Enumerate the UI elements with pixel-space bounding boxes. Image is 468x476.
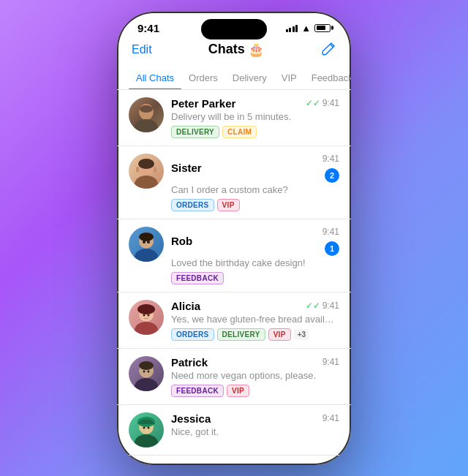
chat-message-peter: Delivery will be in 5 minutes. xyxy=(171,111,339,122)
tag-orders-alicia: ORDERS xyxy=(171,328,214,341)
tag-vip-alicia: VIP xyxy=(268,328,291,341)
chat-content-jessica: Jessica 9:41 Nice, got it. xyxy=(171,412,339,441)
chat-message-jessica: Nice, got it. xyxy=(171,426,339,437)
svg-point-28 xyxy=(148,426,150,428)
tabs-bar: All Chats Orders Delivery VIP Feedback xyxy=(117,67,351,90)
chat-item-jessica[interactable]: Jessica 9:41 Nice, got it. xyxy=(117,405,351,456)
title-text: Chats xyxy=(208,42,245,57)
chat-name-patrick: Patrick xyxy=(171,356,208,369)
svg-point-12 xyxy=(143,241,146,243)
svg-point-22 xyxy=(143,370,146,372)
wifi-icon: ▲ xyxy=(301,23,311,34)
chat-time-patrick: 9:41 xyxy=(322,357,339,367)
svg-point-4 xyxy=(135,175,158,189)
svg-point-24 xyxy=(135,434,158,447)
chat-list: Peter Parker ✓✓ 9:41 Delivery will be in… xyxy=(117,90,351,465)
chat-name-peter: Peter Parker xyxy=(171,97,235,110)
svg-rect-8 xyxy=(154,167,156,173)
chat-time-rob: 9:41 xyxy=(322,227,339,237)
tag-more-alicia: +3 xyxy=(294,329,309,340)
header: Edit Chats 🎂 xyxy=(117,39,351,67)
avatar-patrick xyxy=(129,356,164,391)
chat-message-sister: Can I order a custom cake? xyxy=(171,184,339,195)
read-check-icon: ✓✓ xyxy=(306,98,320,108)
svg-point-13 xyxy=(147,241,150,243)
title-emoji: 🎂 xyxy=(248,42,264,58)
svg-point-23 xyxy=(148,370,150,372)
tab-all-chats[interactable]: All Chats xyxy=(129,67,181,89)
chat-content-alicia: Alicia ✓✓ 9:41 Yes, we have gluten-free … xyxy=(171,300,339,341)
chat-content-rob: Rob 9:41 1 Loved the birthday cake desig… xyxy=(171,227,339,284)
dynamic-island xyxy=(201,19,267,39)
chat-tags-peter: DELIVERY CLAIM xyxy=(171,126,339,138)
phone-content: 9:41 ▲ Edit Chats 🎂 xyxy=(117,12,351,465)
tag-delivery: DELIVERY xyxy=(171,126,219,138)
svg-point-27 xyxy=(143,426,146,428)
chat-item-rob[interactable]: Rob 9:41 1 Loved the birthday cake desig… xyxy=(117,219,351,292)
chat-name-rob: Rob xyxy=(171,235,192,247)
tab-orders[interactable]: Orders xyxy=(181,67,225,89)
svg-rect-7 xyxy=(136,167,139,173)
chat-message-rob: Loved the birthday cake design! xyxy=(171,257,339,268)
svg-point-16 xyxy=(137,304,155,314)
tag-feedback-rob: FEEDBACK xyxy=(171,272,224,284)
chat-tags-sister: ORDERS VIP xyxy=(171,199,339,211)
tag-delivery-alicia: DELIVERY xyxy=(217,328,265,341)
chat-item-alicia[interactable]: Alicia ✓✓ 9:41 Yes, we have gluten-free … xyxy=(117,292,351,349)
chat-time-sister: 9:41 xyxy=(322,154,339,164)
status-time: 9:41 xyxy=(137,22,159,34)
signal-icon xyxy=(286,23,298,32)
header-title: Chats 🎂 xyxy=(208,42,264,58)
battery-icon xyxy=(314,24,331,32)
svg-point-14 xyxy=(135,322,158,335)
svg-point-21 xyxy=(139,361,154,370)
tag-orders-sister: ORDERS xyxy=(171,199,214,211)
chat-item-peter[interactable]: Peter Parker ✓✓ 9:41 Delivery will be in… xyxy=(117,90,351,146)
avatar-alicia xyxy=(129,300,164,335)
avatar-rob xyxy=(129,227,164,262)
tab-delivery[interactable]: Delivery xyxy=(225,67,274,89)
chat-name-sister: Sister xyxy=(171,162,202,174)
read-check-icon-alicia: ✓✓ xyxy=(306,301,320,311)
chat-item-patrick[interactable]: Patrick 9:41 Need more vegan options, pl… xyxy=(117,349,351,405)
tab-vip[interactable]: VIP xyxy=(274,67,304,89)
svg-point-17 xyxy=(143,314,146,316)
chat-time-jessica: 9:41 xyxy=(322,413,339,423)
chat-message-alicia: Yes, we have gluten-free bread available… xyxy=(171,314,339,325)
chat-message-patrick: Need more vegan options, please. xyxy=(171,370,339,381)
unread-badge-rob: 1 xyxy=(325,241,339,256)
chat-time-alicia: ✓✓ 9:41 xyxy=(306,301,339,311)
phone-frame: 9:41 ▲ Edit Chats 🎂 xyxy=(117,12,351,465)
avatar-sister xyxy=(129,154,164,189)
tab-feedback[interactable]: Feedback xyxy=(304,67,351,89)
chat-item-sister[interactable]: Sister 9:41 2 Can I order a custom cake?… xyxy=(117,146,351,219)
chat-content-patrick: Patrick 9:41 Need more vegan options, pl… xyxy=(171,356,339,397)
tag-vip-patrick: VIP xyxy=(227,385,249,397)
edit-button[interactable]: Edit xyxy=(132,43,152,56)
status-icons: ▲ xyxy=(286,23,331,34)
chat-content-sister: Sister 9:41 2 Can I order a custom cake?… xyxy=(171,154,339,211)
chat-tags-alicia: ORDERS DELIVERY VIP +3 xyxy=(171,328,339,341)
chat-name-jessica: Jessica xyxy=(171,412,211,425)
chat-time-peter: ✓✓ 9:41 xyxy=(306,98,339,108)
svg-point-6 xyxy=(138,159,154,169)
svg-point-11 xyxy=(139,233,154,241)
avatar-jessica xyxy=(129,412,164,447)
tag-vip-sister: VIP xyxy=(217,199,240,211)
svg-point-18 xyxy=(148,314,150,316)
chat-content-peter: Peter Parker ✓✓ 9:41 Delivery will be in… xyxy=(171,97,339,138)
chat-name-alicia: Alicia xyxy=(171,300,200,312)
svg-point-9 xyxy=(135,249,158,262)
svg-point-3 xyxy=(140,105,153,113)
chat-tags-patrick: FEEDBACK VIP xyxy=(171,385,339,397)
compose-button[interactable] xyxy=(320,42,336,58)
tag-feedback-patrick: FEEDBACK xyxy=(171,385,224,397)
svg-point-1 xyxy=(135,119,158,132)
chat-tags-rob: FEEDBACK xyxy=(171,272,339,284)
avatar-peter xyxy=(129,97,164,132)
tag-claim: CLAIM xyxy=(222,126,257,138)
svg-point-19 xyxy=(135,378,158,391)
unread-badge-sister: 2 xyxy=(325,168,339,183)
